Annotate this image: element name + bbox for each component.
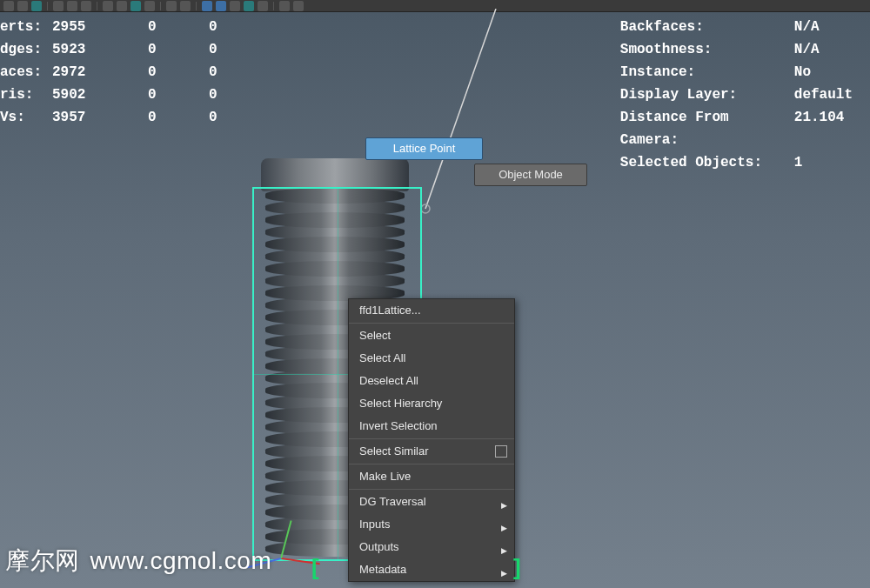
screw-cap xyxy=(261,158,409,191)
menu-item-select-hierarchy[interactable]: Select Hierarchy xyxy=(349,392,514,415)
tool-icon[interactable] xyxy=(17,1,28,11)
tool-icon[interactable] xyxy=(216,1,226,11)
separator xyxy=(160,2,161,10)
info-label: Distance From Camera: xyxy=(620,106,794,151)
separator xyxy=(47,2,48,10)
menu-item-outputs[interactable]: Outputs xyxy=(349,536,514,558)
watermark: 摩尔网www.cgmol.com xyxy=(5,545,271,578)
info-value: default xyxy=(794,84,853,106)
stat-label: ris: xyxy=(0,84,52,106)
info-value: 1 xyxy=(794,151,847,174)
tool-icon[interactable] xyxy=(293,1,304,11)
tool-icon[interactable] xyxy=(258,1,268,11)
tool-icon[interactable] xyxy=(53,1,64,11)
tool-icon[interactable] xyxy=(67,1,77,11)
separator xyxy=(196,2,197,10)
stat-value: 2955 xyxy=(52,16,148,38)
info-value: No xyxy=(794,61,847,84)
svg-point-1 xyxy=(421,204,430,213)
menu-item-ffd1lattice[interactable]: ffd1Lattice... xyxy=(349,299,514,322)
stat-value: 0 xyxy=(148,84,209,106)
stat-value: 0 xyxy=(148,106,209,129)
tool-icon[interactable] xyxy=(279,1,290,11)
menu-item-deselect-all[interactable]: Deselect All xyxy=(349,370,514,392)
tool-icon[interactable] xyxy=(180,1,191,11)
tool-icon[interactable] xyxy=(3,1,14,11)
marking-menu-line xyxy=(418,9,635,222)
stat-value: 0 xyxy=(209,38,244,61)
stat-value: 5923 xyxy=(52,38,148,61)
lattice-point-button[interactable]: Lattice Point xyxy=(365,137,483,160)
bracket-left: [ xyxy=(311,554,319,581)
stat-value: 0 xyxy=(148,61,209,84)
tool-icon[interactable] xyxy=(202,1,212,11)
menu-divider xyxy=(349,464,514,464)
context-menu: ffd1Lattice... Select Select All Deselec… xyxy=(348,298,515,582)
stat-value: 0 xyxy=(148,38,209,61)
menu-divider xyxy=(349,323,514,324)
stat-value: 0 xyxy=(209,106,244,129)
tool-icon[interactable] xyxy=(103,1,113,11)
watermark-cn: 摩尔网 xyxy=(5,547,80,574)
object-info-right: Backfaces:N/A Smoothness:N/A Instance:No… xyxy=(620,16,853,174)
stat-value: 2972 xyxy=(52,61,148,84)
stat-value: 0 xyxy=(209,16,244,38)
stat-label: aces: xyxy=(0,61,52,84)
axis-gizmo[interactable] xyxy=(265,527,335,579)
info-value: 21.104 xyxy=(794,106,847,151)
menu-item-make-live[interactable]: Make Live xyxy=(349,465,514,488)
stat-value: 3957 xyxy=(52,106,148,129)
info-label: Backfaces: xyxy=(620,16,794,38)
menu-item-dg-traversal[interactable]: DG Traversal xyxy=(349,491,514,513)
separator xyxy=(273,2,274,10)
object-mode-button[interactable]: Object Mode xyxy=(474,164,587,186)
menu-item-metadata[interactable]: Metadata xyxy=(349,558,514,581)
bracket-right: ] xyxy=(513,554,521,581)
menu-item-select[interactable]: Select xyxy=(349,324,514,347)
tool-icon[interactable] xyxy=(81,1,91,11)
stat-label: erts: xyxy=(0,16,52,38)
poly-stats-left: erts:295500 dges:592300 aces:297200 ris:… xyxy=(0,16,244,129)
stat-label: Vs: xyxy=(0,106,52,129)
info-label: Display Layer: xyxy=(620,84,794,106)
menu-divider xyxy=(349,438,514,439)
info-value: N/A xyxy=(794,16,847,38)
menu-item-invert-selection[interactable]: Invert Selection xyxy=(349,415,514,438)
info-label: Selected Objects: xyxy=(620,151,794,174)
menu-item-inputs[interactable]: Inputs xyxy=(349,513,514,536)
viewport-toolbar xyxy=(0,0,870,12)
tool-icon[interactable] xyxy=(144,1,155,11)
stat-value: 0 xyxy=(148,16,209,38)
tool-icon[interactable] xyxy=(230,1,240,11)
stat-value: 0 xyxy=(209,61,244,84)
tool-icon[interactable] xyxy=(166,1,177,11)
tool-icon[interactable] xyxy=(130,1,141,11)
info-label: Smoothness: xyxy=(620,38,794,61)
watermark-url: www.cgmol.com xyxy=(90,547,272,574)
menu-item-select-similar[interactable]: Select Similar xyxy=(349,440,514,463)
separator xyxy=(97,2,97,10)
tool-icon[interactable] xyxy=(31,1,42,11)
stat-value: 5902 xyxy=(52,84,148,106)
stat-label: dges: xyxy=(0,38,52,61)
menu-divider xyxy=(349,489,514,490)
info-label: Instance: xyxy=(620,61,794,84)
tool-icon[interactable] xyxy=(244,1,254,11)
info-value: N/A xyxy=(794,38,847,61)
menu-item-select-all[interactable]: Select All xyxy=(349,347,514,370)
stat-value: 0 xyxy=(209,84,244,106)
tool-icon[interactable] xyxy=(117,1,127,11)
